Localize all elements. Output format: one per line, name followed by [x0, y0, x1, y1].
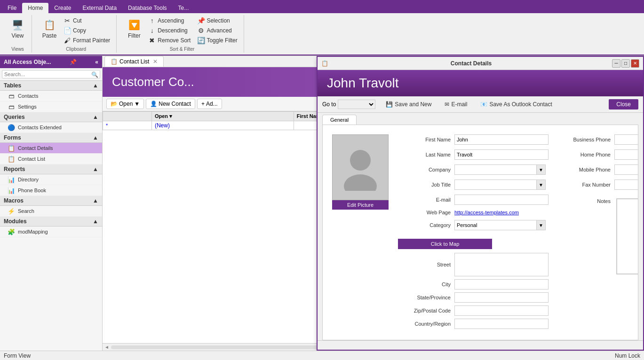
- business-phone-row: Business Phone: [558, 134, 638, 145]
- add-button[interactable]: + Ad...: [197, 99, 222, 109]
- avatar-placeholder: [342, 144, 379, 191]
- sidebar-pin-icon[interactable]: 📌: [70, 59, 77, 65]
- tab-external-data[interactable]: External Data: [77, 3, 122, 13]
- tab-general[interactable]: General: [322, 115, 357, 125]
- category-dropdown-button[interactable]: ▼: [537, 220, 546, 230]
- contacts-icon: 🗃: [8, 92, 15, 100]
- home-phone-input[interactable]: [614, 149, 638, 160]
- modal-title: Contact Details: [330, 60, 612, 67]
- mobile-phone-input[interactable]: [614, 164, 638, 175]
- company-dropdown-button[interactable]: ▼: [537, 164, 546, 175]
- email-button[interactable]: ✉ E-mail: [442, 100, 470, 109]
- advanced-button[interactable]: ⚙ Advanced: [195, 26, 239, 35]
- tab-home[interactable]: Home: [22, 3, 48, 13]
- tab-close-icon[interactable]: ✕: [153, 58, 158, 65]
- state-input[interactable]: [454, 292, 549, 303]
- paste-button[interactable]: 📋 Paste: [40, 16, 59, 40]
- queries-chevron-icon: ▲: [93, 114, 98, 120]
- save-new-icon: 💾: [386, 101, 393, 108]
- reports-header[interactable]: Reports ▲: [0, 164, 102, 174]
- tab-te[interactable]: Te...: [173, 3, 195, 13]
- sidebar-item-search[interactable]: ⚡ Search: [0, 206, 102, 217]
- close-modal-button[interactable]: ✕: [631, 59, 639, 68]
- sidebar-item-contacts-extended[interactable]: 🔵 Contacts Extended: [0, 122, 102, 133]
- new-contact-button[interactable]: 👤 New Contact: [146, 99, 195, 109]
- sidebar-item-settings[interactable]: 🗃 Settings: [0, 102, 102, 112]
- restore-button[interactable]: □: [621, 59, 630, 68]
- save-and-new-button[interactable]: 💾 Save and New: [383, 100, 434, 109]
- save-as-outlook-button[interactable]: 📧 Save As Outlook Contact: [477, 100, 555, 109]
- job-title-input[interactable]: [454, 180, 537, 190]
- email-input[interactable]: [454, 195, 549, 205]
- tables-header[interactable]: Tables ▲: [0, 81, 102, 91]
- sidebar-item-contact-details[interactable]: 📋 Contact Details: [0, 143, 102, 154]
- view-button[interactable]: 🖥️ View: [8, 16, 28, 40]
- left-fields: First Name Last Name Company: [398, 134, 549, 332]
- street-input[interactable]: [454, 253, 549, 276]
- sidebar-item-directory[interactable]: 📊 Directory: [0, 174, 102, 185]
- forms-header[interactable]: Forms ▲: [0, 133, 102, 143]
- col-open[interactable]: Open ▾: [151, 112, 294, 121]
- copy-button[interactable]: 📄 Copy: [61, 26, 112, 35]
- sidebar-item-contact-list[interactable]: 📋 Contact List: [0, 154, 102, 164]
- access-window: File Home Create External Data Database …: [0, 0, 644, 360]
- tab-file[interactable]: File: [2, 3, 22, 13]
- views-content: 🖥️ View: [8, 16, 28, 46]
- first-name-input[interactable]: [454, 134, 549, 145]
- contact-list-tab[interactable]: 📋 Contact List ✕: [104, 56, 164, 67]
- search-input[interactable]: [2, 70, 100, 78]
- email-label: E-mail: [451, 101, 467, 108]
- sidebar-item-contacts[interactable]: 🗃 Contacts: [0, 91, 102, 102]
- macros-header[interactable]: Macros ▲: [0, 196, 102, 206]
- advanced-icon: ⚙: [197, 27, 205, 34]
- category-input[interactable]: [454, 220, 537, 230]
- notes-label: Notes: [558, 198, 614, 204]
- open-icon: 📂: [111, 101, 118, 107]
- close-button[interactable]: Close: [609, 99, 638, 110]
- row-open[interactable]: (New): [151, 121, 294, 130]
- selection-icon: 📌: [197, 17, 205, 24]
- city-input[interactable]: [454, 279, 549, 290]
- macro-icon: ⚡: [8, 207, 15, 215]
- sidebar-chevron-icon[interactable]: «: [95, 59, 98, 65]
- reports-chevron-icon: ▲: [93, 166, 98, 172]
- fax-number-input[interactable]: [614, 180, 638, 190]
- queries-header[interactable]: Queries ▲: [0, 112, 102, 122]
- right-fields: Business Phone Home Phone Mobile Phone: [558, 134, 638, 332]
- open-button[interactable]: 📂 Open ▼: [106, 99, 144, 109]
- country-input[interactable]: [454, 319, 549, 329]
- sidebar-item-modmapping[interactable]: 🧩 modMapping: [0, 227, 102, 237]
- descending-button[interactable]: ↓ Descending: [146, 26, 193, 35]
- minimize-button[interactable]: ─: [612, 59, 620, 68]
- modal-app-icon: 📋: [321, 60, 328, 67]
- reports-label: Reports: [4, 166, 25, 172]
- toggle-filter-button[interactable]: 🔄 Toggle Filter: [195, 36, 239, 45]
- category-combo: ▼: [454, 220, 546, 230]
- goto-select[interactable]: [338, 100, 375, 109]
- cut-button[interactable]: ✂ Cut: [61, 16, 112, 25]
- modules-header[interactable]: Modules ▲: [0, 217, 102, 227]
- business-phone-input[interactable]: [614, 134, 638, 145]
- add-icon: +: [201, 101, 205, 107]
- company-label: Company: [398, 167, 454, 172]
- filter-button[interactable]: 🔽 Filter: [124, 16, 144, 40]
- company-input[interactable]: [454, 164, 537, 175]
- sidebar-item-label: Contacts: [18, 93, 38, 99]
- sidebar-item-label: Contacts Extended: [18, 125, 62, 130]
- tab-create[interactable]: Create: [48, 3, 77, 13]
- last-name-input[interactable]: [454, 149, 549, 160]
- remove-sort-button[interactable]: ✖ Remove Sort: [146, 36, 193, 45]
- modal-titlebar: 📋 Contact Details ─ □ ✕: [318, 57, 643, 70]
- job-title-dropdown-button[interactable]: ▼: [537, 180, 546, 190]
- click-to-map-button[interactable]: Click to Map: [398, 239, 492, 249]
- tab-database-tools[interactable]: Database Tools: [122, 3, 173, 13]
- copy-icon: 📄: [64, 27, 71, 34]
- ascending-button[interactable]: ↑ Ascending: [146, 16, 193, 25]
- sidebar-item-phone-book[interactable]: 📊 Phone Book: [0, 185, 102, 196]
- notes-input[interactable]: [617, 199, 638, 274]
- selection-button[interactable]: 📌 Selection: [195, 16, 239, 25]
- zip-input[interactable]: [454, 305, 549, 316]
- web-page-link[interactable]: http://access-templates.com: [454, 210, 519, 215]
- format-painter-button[interactable]: 🖌 Format Painter: [61, 36, 112, 45]
- edit-picture-button[interactable]: Edit Picture: [332, 200, 389, 210]
